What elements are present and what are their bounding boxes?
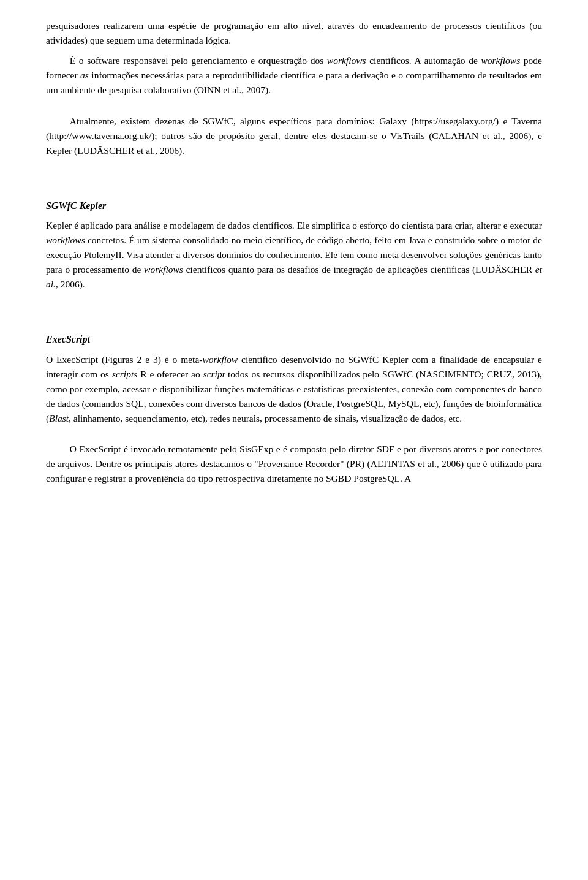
execscript-section: ExecScript O ExecScript (Figuras 2 e 3) … (46, 332, 542, 486)
page-content: pesquisadores realizarem uma espécie de … (0, 0, 588, 517)
opening-paragraph-2: É o software responsável pelo gerenciame… (46, 53, 542, 97)
spacer-1 (46, 104, 542, 114)
spacer-4 (46, 298, 542, 308)
execscript-p2: O ExecScript é invocado remotamente pelo… (46, 442, 542, 486)
spacer-6 (46, 431, 542, 442)
sgwfc-kepler-section: SGWfC Kepler Kepler é aplicado para anál… (46, 199, 542, 292)
execscript-heading: ExecScript (46, 332, 542, 347)
sgwfc-kepler-p1: Kepler é aplicado para análise e modelag… (46, 218, 542, 292)
spacer-3 (46, 174, 542, 184)
execscript-p1: O ExecScript (Figuras 2 e 3) é o meta-wo… (46, 352, 542, 426)
opening-paragraph-3: Atualmente, existem dezenas de SGWfC, al… (46, 114, 542, 158)
spacer-2 (46, 164, 542, 174)
sgwfc-kepler-heading: SGWfC Kepler (46, 199, 542, 214)
spacer-5 (46, 308, 542, 319)
opening-paragraph-1: pesquisadores realizarem uma espécie de … (46, 18, 542, 48)
